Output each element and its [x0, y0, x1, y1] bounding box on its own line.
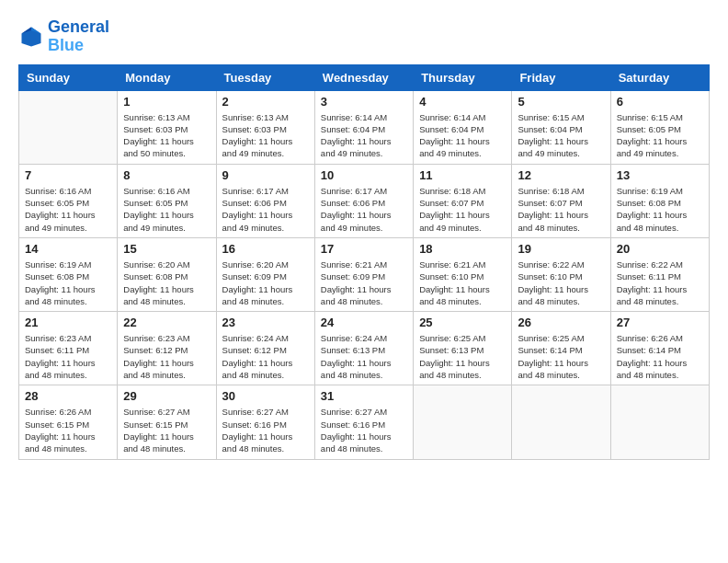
day-info: Sunrise: 6:17 AMSunset: 6:06 PMDaylight:… — [321, 185, 407, 234]
day-info: Sunrise: 6:15 AMSunset: 6:05 PMDaylight:… — [617, 111, 703, 160]
calendar-day-cell: 14Sunrise: 6:19 AMSunset: 6:08 PMDayligh… — [19, 237, 118, 311]
day-number: 4 — [419, 95, 506, 109]
day-info: Sunrise: 6:27 AMSunset: 6:16 PMDaylight:… — [222, 406, 309, 454]
day-number: 25 — [419, 316, 506, 329]
calendar-day-cell: 4Sunrise: 6:14 AMSunset: 6:04 PMDaylight… — [414, 90, 512, 164]
day-info: Sunrise: 6:25 AMSunset: 6:14 PMDaylight:… — [518, 332, 604, 381]
day-info: Sunrise: 6:24 AMSunset: 6:12 PMDaylight:… — [222, 332, 309, 381]
day-number: 7 — [25, 168, 111, 182]
day-info: Sunrise: 6:20 AMSunset: 6:08 PMDaylight:… — [123, 259, 210, 307]
day-number: 19 — [518, 242, 604, 256]
calendar-day-cell: 9Sunrise: 6:17 AMSunset: 6:06 PMDaylight… — [216, 164, 314, 237]
weekday-header-row: SundayMondayTuesdayWednesdayThursdayFrid… — [19, 64, 710, 90]
day-info: Sunrise: 6:24 AMSunset: 6:13 PMDaylight:… — [321, 332, 407, 381]
day-number: 18 — [419, 242, 506, 256]
calendar-day-cell: 20Sunrise: 6:22 AMSunset: 6:11 PMDayligh… — [610, 237, 709, 311]
weekday-header-cell: Friday — [512, 64, 610, 90]
day-info: Sunrise: 6:18 AMSunset: 6:07 PMDaylight:… — [419, 185, 506, 234]
day-info: Sunrise: 6:21 AMSunset: 6:10 PMDaylight:… — [419, 259, 506, 307]
calendar-day-cell: 11Sunrise: 6:18 AMSunset: 6:07 PMDayligh… — [414, 164, 512, 237]
day-number: 22 — [123, 316, 210, 329]
day-info: Sunrise: 6:25 AMSunset: 6:13 PMDaylight:… — [419, 332, 506, 381]
calendar-day-cell: 28Sunrise: 6:26 AMSunset: 6:15 PMDayligh… — [19, 385, 118, 459]
day-number: 5 — [518, 95, 604, 109]
calendar-day-cell: 10Sunrise: 6:17 AMSunset: 6:06 PMDayligh… — [314, 164, 413, 237]
day-number: 31 — [321, 389, 407, 403]
page-header: General Blue — [18, 18, 710, 55]
calendar-week-row: 7Sunrise: 6:16 AMSunset: 6:05 PMDaylight… — [19, 164, 710, 237]
day-number: 9 — [222, 168, 309, 182]
day-info: Sunrise: 6:26 AMSunset: 6:14 PMDaylight:… — [617, 332, 703, 381]
day-number: 27 — [617, 316, 703, 329]
day-info: Sunrise: 6:16 AMSunset: 6:05 PMDaylight:… — [123, 185, 210, 234]
calendar-day-cell: 8Sunrise: 6:16 AMSunset: 6:05 PMDaylight… — [118, 164, 216, 237]
calendar-day-cell: 18Sunrise: 6:21 AMSunset: 6:10 PMDayligh… — [414, 237, 512, 311]
day-number: 20 — [617, 242, 703, 256]
logo-text: General Blue — [48, 18, 109, 55]
day-info: Sunrise: 6:27 AMSunset: 6:15 PMDaylight:… — [123, 406, 210, 454]
day-info: Sunrise: 6:14 AMSunset: 6:04 PMDaylight:… — [419, 111, 506, 160]
weekday-header-cell: Wednesday — [314, 64, 413, 90]
calendar-day-cell: 16Sunrise: 6:20 AMSunset: 6:09 PMDayligh… — [216, 237, 314, 311]
calendar-day-cell: 29Sunrise: 6:27 AMSunset: 6:15 PMDayligh… — [118, 385, 216, 459]
calendar-day-cell: 21Sunrise: 6:23 AMSunset: 6:11 PMDayligh… — [19, 312, 118, 385]
day-info: Sunrise: 6:18 AMSunset: 6:07 PMDaylight:… — [518, 185, 604, 234]
day-info: Sunrise: 6:21 AMSunset: 6:09 PMDaylight:… — [321, 259, 407, 307]
calendar-day-cell — [610, 385, 709, 459]
day-number: 8 — [123, 168, 210, 182]
day-info: Sunrise: 6:23 AMSunset: 6:11 PMDaylight:… — [25, 332, 111, 381]
calendar-day-cell — [512, 385, 610, 459]
day-number: 3 — [321, 95, 407, 109]
weekday-header-cell: Sunday — [19, 64, 118, 90]
calendar-day-cell: 26Sunrise: 6:25 AMSunset: 6:14 PMDayligh… — [512, 312, 610, 385]
logo: General Blue — [18, 18, 109, 55]
calendar-day-cell: 24Sunrise: 6:24 AMSunset: 6:13 PMDayligh… — [314, 312, 413, 385]
calendar-day-cell: 5Sunrise: 6:15 AMSunset: 6:04 PMDaylight… — [512, 90, 610, 164]
day-info: Sunrise: 6:22 AMSunset: 6:11 PMDaylight:… — [617, 259, 703, 307]
calendar-week-row: 1Sunrise: 6:13 AMSunset: 6:03 PMDaylight… — [19, 90, 710, 164]
day-info: Sunrise: 6:16 AMSunset: 6:05 PMDaylight:… — [25, 185, 111, 234]
calendar-day-cell: 25Sunrise: 6:25 AMSunset: 6:13 PMDayligh… — [414, 312, 512, 385]
calendar-day-cell: 27Sunrise: 6:26 AMSunset: 6:14 PMDayligh… — [610, 312, 709, 385]
day-number: 26 — [518, 316, 604, 329]
day-info: Sunrise: 6:15 AMSunset: 6:04 PMDaylight:… — [518, 111, 604, 160]
day-number: 12 — [518, 168, 604, 182]
day-info: Sunrise: 6:27 AMSunset: 6:16 PMDaylight:… — [321, 406, 407, 454]
day-number: 23 — [222, 316, 309, 329]
calendar-day-cell: 30Sunrise: 6:27 AMSunset: 6:16 PMDayligh… — [216, 385, 314, 459]
logo-icon — [18, 24, 44, 50]
day-info: Sunrise: 6:14 AMSunset: 6:04 PMDaylight:… — [321, 111, 407, 160]
weekday-header-cell: Tuesday — [216, 64, 314, 90]
calendar-day-cell: 12Sunrise: 6:18 AMSunset: 6:07 PMDayligh… — [512, 164, 610, 237]
weekday-header-cell: Saturday — [610, 64, 709, 90]
day-number: 21 — [25, 316, 111, 329]
day-number: 10 — [321, 168, 407, 182]
calendar-day-cell — [19, 90, 118, 164]
day-number: 11 — [419, 168, 506, 182]
day-number: 14 — [25, 242, 111, 256]
calendar-day-cell: 7Sunrise: 6:16 AMSunset: 6:05 PMDaylight… — [19, 164, 118, 237]
calendar-week-row: 21Sunrise: 6:23 AMSunset: 6:11 PMDayligh… — [19, 312, 710, 385]
calendar-day-cell: 31Sunrise: 6:27 AMSunset: 6:16 PMDayligh… — [314, 385, 413, 459]
day-number: 16 — [222, 242, 309, 256]
calendar-day-cell: 23Sunrise: 6:24 AMSunset: 6:12 PMDayligh… — [216, 312, 314, 385]
day-number: 29 — [123, 389, 210, 403]
day-info: Sunrise: 6:17 AMSunset: 6:06 PMDaylight:… — [222, 185, 309, 234]
calendar-day-cell: 19Sunrise: 6:22 AMSunset: 6:10 PMDayligh… — [512, 237, 610, 311]
day-number: 6 — [617, 95, 703, 109]
weekday-header-cell: Thursday — [414, 64, 512, 90]
calendar-day-cell: 17Sunrise: 6:21 AMSunset: 6:09 PMDayligh… — [314, 237, 413, 311]
calendar-day-cell: 15Sunrise: 6:20 AMSunset: 6:08 PMDayligh… — [118, 237, 216, 311]
calendar-day-cell — [414, 385, 512, 459]
calendar-day-cell: 13Sunrise: 6:19 AMSunset: 6:08 PMDayligh… — [610, 164, 709, 237]
calendar-week-row: 14Sunrise: 6:19 AMSunset: 6:08 PMDayligh… — [19, 237, 710, 311]
day-info: Sunrise: 6:22 AMSunset: 6:10 PMDaylight:… — [518, 259, 604, 307]
calendar-day-cell: 22Sunrise: 6:23 AMSunset: 6:12 PMDayligh… — [118, 312, 216, 385]
day-number: 15 — [123, 242, 210, 256]
calendar-week-row: 28Sunrise: 6:26 AMSunset: 6:15 PMDayligh… — [19, 385, 710, 459]
calendar-day-cell: 3Sunrise: 6:14 AMSunset: 6:04 PMDaylight… — [314, 90, 413, 164]
day-info: Sunrise: 6:19 AMSunset: 6:08 PMDaylight:… — [25, 259, 111, 307]
calendar-day-cell: 6Sunrise: 6:15 AMSunset: 6:05 PMDaylight… — [610, 90, 709, 164]
day-number: 24 — [321, 316, 407, 329]
day-info: Sunrise: 6:26 AMSunset: 6:15 PMDaylight:… — [25, 406, 111, 454]
